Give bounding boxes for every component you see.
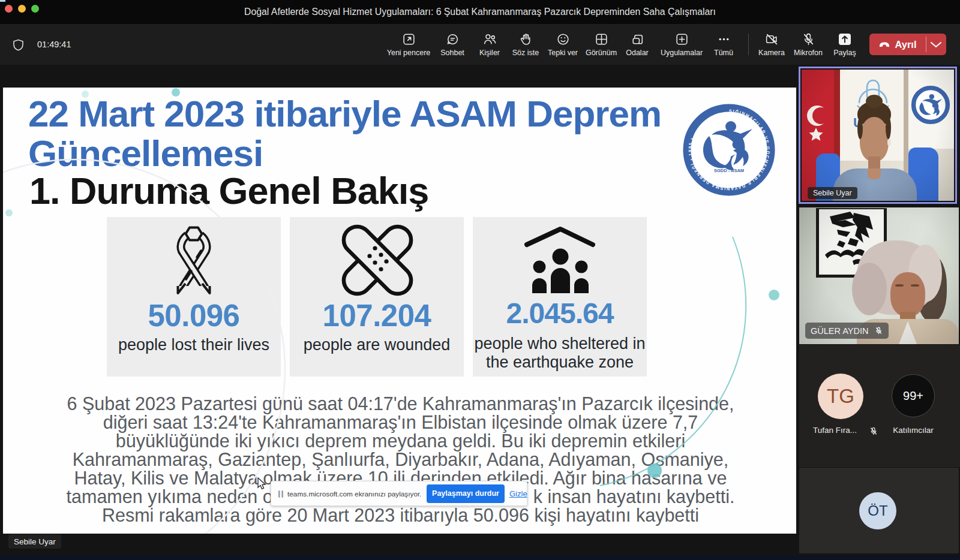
svg-text:SGDD - ASAM: SGDD - ASAM (714, 168, 744, 173)
